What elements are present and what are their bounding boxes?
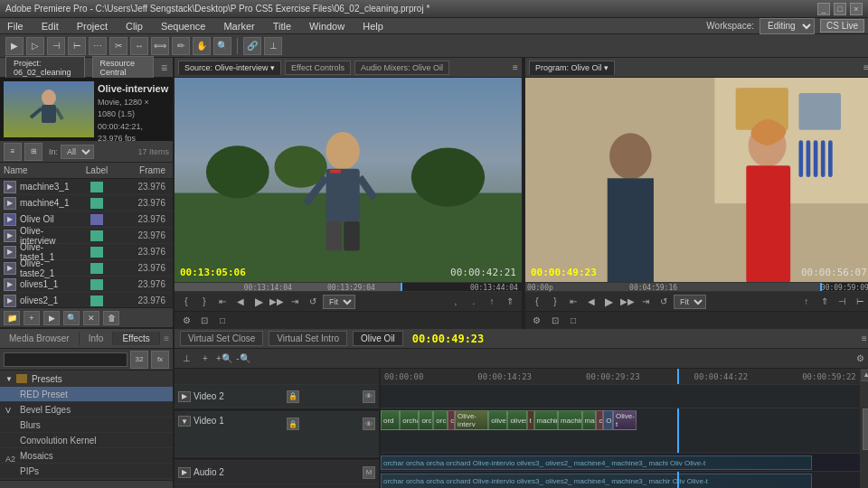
effect-red-preset[interactable]: RED Preset [0,387,173,402]
program-trim-out[interactable]: ⊢ [853,295,868,309]
project-item-olives2[interactable]: ▶ olives2_1 23.976 [0,293,173,307]
menu-title[interactable]: Title [269,21,295,32]
effects-tab[interactable]: Effects [113,332,159,345]
menu-edit[interactable]: Edit [38,21,62,32]
project-icon-view[interactable]: ⊞ [24,143,42,161]
program-goto-in[interactable]: ⇤ [565,295,581,309]
media-browser-tab[interactable]: Media Browser [0,332,80,345]
video1-lock[interactable]: 🔒 [287,418,299,430]
program-mark-in[interactable]: { [529,295,545,309]
track-expand-video1[interactable]: ▼ [178,416,191,427]
program-extract[interactable]: ⇑ [816,295,833,309]
tool-zoom[interactable]: 🔍 [213,37,231,55]
project-list-view[interactable]: ≡ [4,143,22,161]
tool-rate-stretch[interactable]: ⋯ [89,37,107,55]
audio2-mute[interactable]: M [363,466,375,479]
source-output[interactable]: □ [214,314,231,328]
program-goto-out[interactable]: ⇥ [637,295,654,309]
project-item-olives1[interactable]: ▶ olives1_1 23.976 [0,277,173,293]
program-loop[interactable]: ↺ [656,295,672,309]
menu-help[interactable]: Help [359,21,387,32]
clip-orchard1[interactable]: ord [381,410,400,430]
effect-blurs[interactable]: Blurs [0,418,173,433]
program-safe[interactable]: ⊡ [547,314,563,328]
program-step-back[interactable]: ◀ [583,295,599,309]
source-play[interactable]: ▶ [250,295,267,309]
source-goto-in[interactable]: ⇤ [214,295,231,309]
tl-tab-olive-oil[interactable]: Olive Oil [353,331,403,346]
video2-eye[interactable]: 👁 [363,390,375,403]
close-button[interactable]: × [850,3,863,15]
source-settings[interactable]: ⚙ [178,314,194,328]
timeline-menu[interactable]: ≡ [862,333,867,343]
find-btn[interactable]: 🔍 [63,311,80,325]
project-item-machine4[interactable]: ▶ machine4_1 23.976 [0,195,173,211]
tl-tab-virtual-intro[interactable]: Virtual Set Intro [269,331,347,346]
track-video2-row[interactable] [381,385,860,408]
clip-oli[interactable]: Oli [603,410,613,430]
menu-window[interactable]: Window [306,21,348,32]
effects-btn-fx[interactable]: fx [151,351,169,369]
effect-pips[interactable]: PIPs [0,464,173,479]
program-settings[interactable]: ⚙ [529,314,545,328]
source-overwrite[interactable]: . [466,295,482,309]
program-lift[interactable]: ↑ [798,295,815,309]
source-goto-out[interactable]: ⇥ [287,295,303,309]
clip-machine4[interactable]: machine4_ [534,410,558,430]
effect-controls-tab[interactable]: Effect Controls [285,61,351,75]
new-item-btn[interactable]: + [24,311,40,325]
track-audio1-row[interactable]: orchar orcha orcha orchard Olive-intervi… [381,454,860,472]
project-in-select[interactable]: All [61,145,94,159]
info-tab[interactable]: Info [80,332,114,345]
source-insert[interactable]: , [448,295,464,309]
automate-btn[interactable]: ▶ [43,311,60,325]
clip-orchard2[interactable]: orcha [400,410,419,430]
new-bin-btn[interactable]: 📁 [4,311,20,325]
tool-select[interactable]: ▶ [5,37,24,55]
tl-scroll-thumb[interactable] [863,408,868,450]
source-safe-margin[interactable]: ⊡ [196,314,212,328]
clip-olives2[interactable]: olives2_ [507,410,526,430]
menu-sequence[interactable]: Sequence [157,21,210,32]
tool-ripple[interactable]: ⊣ [47,37,65,55]
presets-group-header[interactable]: ▼ Presets [0,371,173,387]
program-timebar[interactable]: 00:00p 00:04:59:16 00:09:59:09 [525,282,868,291]
effects-menu[interactable]: ≡ [164,333,169,343]
tl-zoom-in[interactable]: +🔍 [216,352,232,366]
cs-live-badge[interactable]: CS Live [820,19,864,33]
source-mark-out[interactable]: } [196,295,212,309]
tool-razor[interactable]: ✂ [109,37,127,55]
tool-link[interactable]: 🔗 [243,37,261,55]
tool-slide[interactable]: ⟺ [151,37,169,55]
project-panel-close[interactable]: ≡ [161,61,167,74]
video2-lock[interactable]: 🔒 [287,390,299,403]
tool-slip[interactable]: ↔ [130,37,148,55]
source-monitor-menu[interactable]: ≡ [513,62,518,72]
effects-search-input[interactable] [4,352,127,367]
clip-mach[interactable]: mach [582,410,597,430]
source-timebar[interactable]: 00:13:14:04 00:13:29:04 00:13:44:04 [175,282,522,291]
project-item-olive-taste2[interactable]: ▶ Olive-taste2_1 23.976 [0,260,173,277]
clip-olive-interv[interactable]: Olive-interv [455,410,488,430]
tool-hand[interactable]: ✋ [193,37,211,55]
track-audio2-row[interactable]: orchar orcha orcha orchard Olive-intervi… [381,472,860,488]
source-lift[interactable]: ↑ [484,295,500,309]
audio-mixer-tab[interactable]: Audio Mixers: Olive Oil [354,61,449,75]
source-tab[interactable]: Source: Olive-interview ▾ [178,61,281,75]
menu-marker[interactable]: Marker [220,21,258,32]
clip-c2[interactable]: c [596,410,603,430]
clip-t1[interactable]: t [527,410,534,430]
tool-roll[interactable]: ⊢ [68,37,86,55]
tl-scroll-up[interactable]: ▲ [861,369,868,381]
program-step-fwd[interactable]: ▶▶ [619,295,636,309]
project-tab[interactable]: Project: 06_02_cleaning [5,56,85,80]
clip-orchard3[interactable]: orc [419,410,433,430]
program-fit-select[interactable]: Fit [674,295,706,309]
source-step-back[interactable]: ◀ [232,295,249,309]
clip-machine3[interactable]: machine3_ [558,410,581,430]
source-fit-select[interactable]: Fit [323,295,355,309]
menu-project[interactable]: Project [73,21,111,32]
clip-c1[interactable]: c [448,410,455,430]
source-mark-in[interactable]: { [178,295,194,309]
resource-central-tab[interactable]: Resource Central [92,56,154,80]
